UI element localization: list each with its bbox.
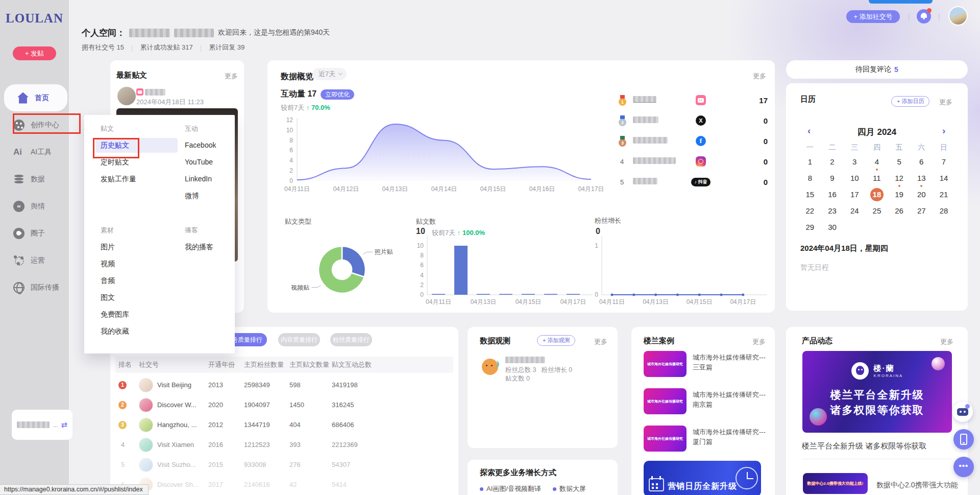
leaderboard-row[interactable]: 40 — [619, 151, 768, 172]
calendar-day[interactable]: 18 — [866, 186, 888, 203]
more-link[interactable]: 更多 — [753, 72, 766, 81]
more-link[interactable]: 更多 — [225, 72, 238, 81]
calendar-day[interactable]: 30 — [821, 219, 844, 235]
table-row[interactable]: 6Discover Sh...20172140616425414 — [115, 475, 453, 494]
dropdown-item-Facebook[interactable]: Facebook — [180, 137, 231, 154]
leaderboard-row[interactable]: 2X0 — [619, 110, 768, 131]
calendar-day[interactable]: 19 — [888, 186, 911, 203]
dropdown-item-定时贴文[interactable]: 定时贴文 — [95, 154, 180, 171]
calendar-day[interactable]: 20 — [910, 186, 933, 203]
dropdown-item-图文[interactable]: 图文 — [95, 289, 180, 306]
case-item[interactable]: 城市海外社媒传播研究城市海外社媒传播研究---厦门篇 — [644, 426, 767, 452]
mobile-app-button[interactable] — [953, 429, 974, 450]
sidebar-item-国际传播[interactable]: 国际传播 — [0, 274, 69, 301]
dropdown-item-图片[interactable]: 图片 — [95, 239, 180, 255]
calendar-day[interactable]: 5 — [888, 154, 911, 170]
dropdown-item-YouTube[interactable]: YouTube — [180, 154, 231, 171]
dropdown-item-微博[interactable]: 微博 — [180, 187, 231, 204]
new-post-button[interactable]: + 发贴 — [13, 46, 56, 60]
leaderboard-row[interactable]: 117 — [619, 90, 768, 110]
calendar-day[interactable]: 27 — [910, 203, 933, 219]
table-row[interactable]: 3Hangzhou, ...20121344719404686406 — [115, 415, 453, 435]
date-range-select[interactable]: 近7天 — [312, 68, 347, 80]
dropdown-item-历史贴文[interactable]: 历史贴文 — [95, 138, 178, 153]
dropdown-item-音频[interactable]: 音频 — [95, 272, 180, 289]
calendar-day[interactable]: 1 — [799, 154, 821, 170]
table-row[interactable]: 5Visit Suzho...201593300827654307 — [115, 455, 453, 475]
more-link[interactable]: 更多 — [939, 98, 952, 107]
platform-upgrade-banner[interactable]: 楼·蘭 KRORAINA 楼兰平台全新升级 诸多权限等你获取 — [802, 351, 952, 433]
leaderboard-row[interactable]: 3f0 — [619, 131, 768, 151]
sidebar-item-舆情[interactable]: “舆情 — [0, 193, 69, 220]
calendar-day[interactable]: 28 — [933, 203, 955, 219]
add-account-button[interactable]: + 添加社交号 — [846, 10, 900, 23]
weekday-label: 二 — [821, 140, 844, 154]
pending-comments-card[interactable]: 待回复评论 5 — [786, 60, 968, 79]
dropdown-item-发贴工作量[interactable]: 发贴工作量 — [95, 171, 180, 187]
calendar-day[interactable]: 24 — [843, 203, 866, 219]
more-link[interactable]: 更多 — [752, 337, 766, 346]
calendar-day[interactable]: 11 — [866, 170, 888, 186]
sidebar-item-数据[interactable]: 数据 — [0, 166, 69, 193]
calendar-day[interactable]: 15 — [799, 186, 821, 203]
calendar-day[interactable]: 25 — [866, 203, 888, 219]
case-item[interactable]: 城市海外社媒传播研究城市海外社媒传播研究---南京篇 — [644, 388, 767, 415]
sidebar-item-创作中心[interactable]: 创作中心 — [0, 111, 69, 138]
calendar-day[interactable]: 4 — [866, 154, 888, 170]
calendar-day[interactable]: 13 — [910, 170, 933, 186]
calendar-day[interactable]: 3 — [843, 154, 866, 170]
datacenter-thumb[interactable]: 数据中心2.0携带强大功能上线! — [803, 473, 868, 494]
calendar-day[interactable]: 17 — [843, 186, 866, 203]
calendar-day[interactable]: 22 — [799, 203, 821, 219]
user-avatar[interactable] — [948, 6, 968, 26]
switch-account-icon[interactable]: ⇄ — [61, 420, 67, 430]
add-observation-button[interactable]: + 添加观测 — [537, 335, 575, 346]
next-month-icon[interactable]: › — [942, 125, 945, 136]
leaderboard-row[interactable]: 5♪ 抖音0 — [619, 172, 768, 192]
interactions-count: 2212369 — [332, 441, 453, 449]
table-row[interactable]: 4Visit Xiamen201612125233932212369 — [115, 435, 453, 455]
optimize-now-button[interactable]: 立即优化 — [321, 89, 354, 100]
calendar-day[interactable]: 29 — [799, 219, 821, 235]
banner-caption[interactable]: 楼兰平台全新升级 诸多权限等你获取 — [802, 441, 926, 451]
case-item[interactable]: 城市海外社媒传播研究城市海外社媒传播研究---三亚篇 — [644, 351, 767, 378]
dropdown-group-title: 播客 — [180, 222, 231, 239]
dropdown-item-免费图库[interactable]: 免费图库 — [95, 306, 180, 323]
sidebar-account-widget[interactable]: ... ⇄ — [12, 410, 72, 440]
dropdown-item-我的播客[interactable]: 我的播客 — [180, 239, 231, 255]
calendar-day[interactable]: 6 — [910, 154, 933, 170]
add-calendar-button[interactable]: + 添加日历 — [891, 96, 929, 107]
calendar-day[interactable]: 9 — [821, 170, 844, 186]
ai-assistant-button[interactable] — [952, 402, 973, 422]
explore-item[interactable]: 数据大屏 — [553, 484, 586, 493]
table-row[interactable]: 2Discover W...202019040971450316245 — [115, 395, 453, 415]
sidebar-item-圈子[interactable]: 圈子 — [0, 220, 69, 247]
notification-bell-icon[interactable] — [917, 9, 931, 23]
calendar-day[interactable]: 14 — [933, 170, 955, 186]
explore-item[interactable]: AI画图/音视频翻译 — [480, 484, 541, 493]
sidebar-item-AI工具[interactable]: AiAI工具 — [0, 138, 69, 166]
calendar-day[interactable]: 23 — [821, 203, 844, 219]
sidebar-item-首页[interactable]: 首页 — [4, 84, 67, 111]
calendar-day[interactable]: 21 — [933, 186, 955, 203]
dropdown-item-我的收藏[interactable]: 我的收藏 — [95, 323, 180, 340]
more-link[interactable]: 更多 — [594, 337, 607, 346]
table-row[interactable]: 1Visit Beijing201325983495983419198 — [115, 375, 453, 395]
tab-内容质量排行[interactable]: 内容质量排行 — [278, 333, 320, 346]
calendar-day[interactable]: 7 — [933, 154, 955, 170]
dropdown-item-视频[interactable]: 视频 — [95, 255, 180, 272]
calendar-day[interactable]: 10 — [843, 170, 866, 186]
sidebar-item-运营[interactable]: 运营 — [0, 247, 69, 274]
dropdown-item-LinkedIn[interactable]: LinkedIn — [180, 171, 231, 187]
calendar-day[interactable]: 26 — [888, 203, 911, 219]
more-link[interactable]: 更多 — [940, 337, 953, 346]
more-actions-button[interactable]: ••• — [953, 457, 974, 477]
calendar-day[interactable]: 16 — [821, 186, 844, 203]
calendar-day[interactable]: 2 — [821, 154, 844, 170]
calendar-day[interactable]: 8 — [799, 170, 821, 186]
datacenter-news-text[interactable]: 数据中心2.0携带强大功能 — [876, 480, 958, 490]
fans-growth-title: 粉丝增长 — [595, 216, 621, 225]
marketing-calendar-banner[interactable]: 营销日历全新升级 — [644, 461, 761, 495]
calendar-day[interactable]: 12 — [888, 170, 911, 186]
tab-粉丝质量排行[interactable]: 粉丝质量排行 — [330, 333, 372, 346]
